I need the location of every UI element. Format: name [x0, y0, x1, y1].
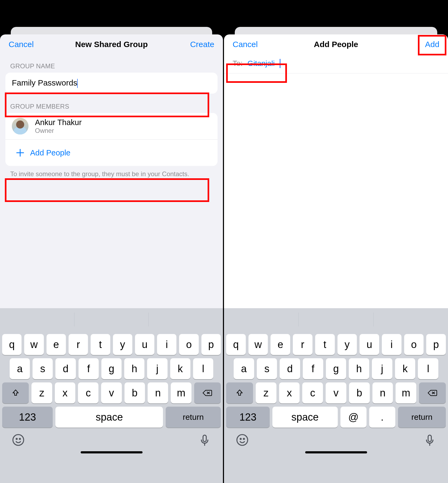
key-o[interactable]: o	[179, 334, 198, 355]
key-k[interactable]: k	[395, 358, 415, 379]
member-owner-row: Ankur Thakur Owner	[5, 113, 218, 139]
svg-point-13	[243, 438, 244, 439]
key-y[interactable]: y	[337, 334, 357, 355]
create-button[interactable]: Create	[177, 40, 214, 49]
key-r[interactable]: r	[69, 334, 88, 355]
modal-sheet-add-people: Cancel Add People Add To: Gitanjali qwer…	[224, 34, 448, 483]
key-w[interactable]: w	[248, 334, 268, 355]
key-r[interactable]: r	[293, 334, 312, 355]
key-p[interactable]: p	[426, 334, 446, 355]
key-a[interactable]: a	[10, 358, 30, 379]
emoji-icon[interactable]	[12, 434, 25, 446]
key-l[interactable]: l	[418, 358, 438, 379]
keyboard-bottombar	[0, 428, 223, 449]
key-m[interactable]: m	[396, 382, 416, 403]
cancel-button[interactable]: Cancel	[233, 40, 270, 49]
navbar: Cancel New Shared Group Create	[0, 34, 223, 53]
key-v[interactable]: v	[326, 382, 346, 403]
shift-key[interactable]	[226, 382, 253, 403]
text-cursor	[77, 79, 78, 88]
key-e[interactable]: e	[47, 334, 66, 355]
navbar: Cancel Add People Add	[224, 34, 448, 53]
key-n[interactable]: n	[372, 382, 393, 403]
key-p[interactable]: p	[201, 334, 221, 355]
numbers-key[interactable]: 123	[226, 407, 270, 428]
key-g[interactable]: g	[326, 358, 346, 379]
kbd-row4[interactable]: 123 space return	[0, 407, 223, 428]
key-j[interactable]: j	[372, 358, 392, 379]
key-x[interactable]: x	[279, 382, 300, 403]
key-z[interactable]: z	[31, 382, 52, 403]
mic-icon[interactable]	[198, 434, 211, 446]
key-l[interactable]: l	[193, 358, 213, 379]
key-t[interactable]: t	[315, 334, 335, 355]
keyboard[interactable]: qwertyuiop asdfghjkl zxcvbnm 123 space @…	[224, 308, 448, 483]
key-s[interactable]: s	[33, 358, 53, 379]
key-c[interactable]: c	[302, 382, 323, 403]
key-f[interactable]: f	[79, 358, 99, 379]
add-people-button[interactable]: Add People	[5, 139, 218, 166]
key-b[interactable]: b	[125, 382, 145, 403]
key-k[interactable]: k	[170, 358, 190, 379]
key-h[interactable]: h	[124, 358, 144, 379]
key-d[interactable]: d	[280, 358, 300, 379]
shift-key[interactable]	[2, 382, 29, 403]
key-c[interactable]: c	[78, 382, 98, 403]
dot-key[interactable]: .	[369, 407, 395, 428]
key-v[interactable]: v	[101, 382, 122, 403]
space-key[interactable]: space	[272, 407, 338, 428]
svg-rect-14	[428, 435, 431, 442]
key-t[interactable]: t	[91, 334, 110, 355]
key-y[interactable]: y	[113, 334, 132, 355]
mic-icon[interactable]	[423, 434, 436, 446]
modal-sheet-new-group: Cancel New Shared Group Create GROUP NAM…	[0, 34, 223, 483]
key-u[interactable]: u	[135, 334, 154, 355]
at-key[interactable]: @	[340, 407, 367, 428]
key-i[interactable]: i	[157, 334, 176, 355]
key-n[interactable]: n	[148, 382, 168, 403]
key-z[interactable]: z	[256, 382, 276, 403]
quicktype-bar[interactable]	[224, 308, 448, 331]
group-name-input[interactable]: Family Passwords	[12, 78, 211, 88]
key-e[interactable]: e	[271, 334, 290, 355]
key-s[interactable]: s	[257, 358, 277, 379]
kbd-row4[interactable]: 123 space @ . return	[224, 407, 448, 428]
to-field[interactable]: To: Gitanjali	[224, 53, 448, 73]
key-q[interactable]: q	[2, 334, 22, 355]
return-key[interactable]: return	[398, 407, 446, 428]
add-people-label: Add People	[30, 148, 70, 157]
key-g[interactable]: g	[101, 358, 122, 379]
key-w[interactable]: w	[24, 334, 44, 355]
key-i[interactable]: i	[382, 334, 401, 355]
key-u[interactable]: u	[360, 334, 379, 355]
key-b[interactable]: b	[349, 382, 370, 403]
group-name-cell-group: Family Passwords	[5, 73, 218, 94]
phone-right: Cancel Add People Add To: Gitanjali qwer…	[224, 0, 448, 483]
emoji-icon[interactable]	[236, 434, 249, 446]
quicktype-bar[interactable]	[0, 308, 223, 331]
key-q[interactable]: q	[226, 334, 246, 355]
key-o[interactable]: o	[404, 334, 424, 355]
key-j[interactable]: j	[147, 358, 167, 379]
return-key[interactable]: return	[166, 407, 221, 428]
key-x[interactable]: x	[55, 382, 75, 403]
backspace-key[interactable]	[194, 382, 221, 403]
key-a[interactable]: a	[234, 358, 254, 379]
group-name-field-cell[interactable]: Family Passwords	[5, 73, 218, 94]
cancel-button[interactable]: Cancel	[9, 40, 46, 49]
key-d[interactable]: d	[55, 358, 76, 379]
space-key[interactable]: space	[55, 407, 163, 428]
svg-point-12	[240, 438, 241, 439]
recipient-chip[interactable]: Gitanjali	[246, 59, 276, 68]
backspace-key[interactable]	[419, 382, 446, 403]
key-f[interactable]: f	[303, 358, 323, 379]
keyboard[interactable]: qwertyuiop asdfghjkl zxcvbnm 123 space r…	[0, 308, 223, 483]
kbd-row3[interactable]: zxcvbnm	[0, 382, 223, 403]
svg-point-6	[19, 438, 20, 439]
numbers-key[interactable]: 123	[2, 407, 53, 428]
text-cursor	[280, 59, 280, 68]
add-button[interactable]: Add	[402, 40, 439, 49]
key-m[interactable]: m	[171, 382, 191, 403]
kbd-row3[interactable]: zxcvbnm	[224, 382, 448, 403]
key-h[interactable]: h	[349, 358, 369, 379]
